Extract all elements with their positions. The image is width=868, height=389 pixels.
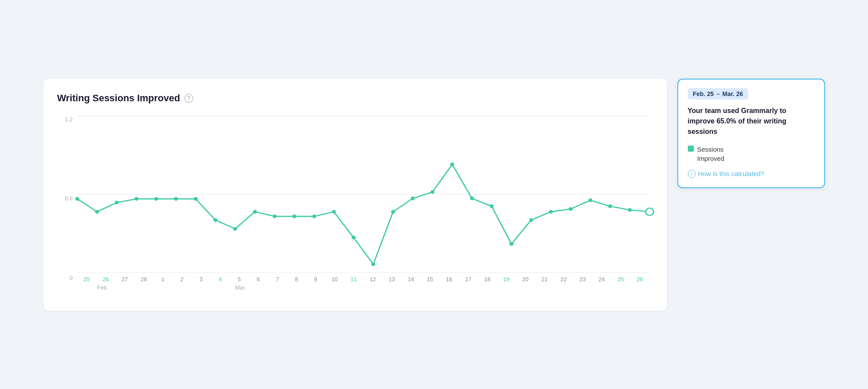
dot-17: [410, 196, 414, 200]
x-label-18: 18: [478, 276, 497, 283]
x-label-11: 11: [344, 276, 363, 283]
tooltip-summary: Your team used Grammarly to improve 65.0…: [688, 106, 815, 137]
date-to: Mar. 26: [723, 90, 743, 97]
dot-active: [645, 208, 653, 215]
data-line: [77, 164, 650, 264]
x-label-5: 5: [230, 276, 249, 283]
calculated-link[interactable]: i How is this calculated?: [688, 170, 815, 178]
chart-title-text: Writing Sessions Improved: [57, 93, 180, 104]
x-label-28: 28: [134, 276, 153, 283]
x-label-13: 13: [383, 276, 402, 283]
x-label-26-mar: 26: [630, 276, 650, 283]
x-label-6: 6: [249, 276, 268, 283]
x-date-labels: 25 26 27 28 1 2 3 4 5 6 7 8 9 10 11 12 1: [77, 273, 650, 283]
dot-15: [371, 262, 375, 266]
x-label-8: 8: [287, 276, 306, 283]
x-label-20: 20: [516, 276, 535, 283]
chart-plot: [77, 116, 650, 273]
feb-label: Feb.: [97, 284, 169, 291]
x-label-25-feb: 25: [77, 276, 96, 283]
calculated-link-text: How is this calculated?: [698, 170, 765, 177]
dot-9: [253, 210, 257, 213]
x-label-7: 7: [268, 276, 287, 283]
dot-7: [213, 218, 217, 222]
x-label-17: 17: [459, 276, 478, 283]
date-from: Feb. 25: [693, 90, 714, 97]
x-label-23: 23: [573, 276, 592, 283]
x-label-1: 1: [153, 276, 172, 283]
dot-24: [549, 210, 553, 213]
x-label-10: 10: [325, 276, 344, 283]
y-label-top: 1.2: [57, 116, 73, 123]
date-separator: –: [716, 90, 720, 97]
legend-dot-sessions: [688, 146, 694, 152]
x-label-16: 16: [439, 276, 459, 283]
dot-18: [430, 190, 434, 193]
x-label-12: 12: [363, 276, 383, 283]
chart-title: Writing Sessions Improved ?: [57, 93, 650, 104]
dot-19: [450, 162, 454, 166]
x-month-row: Feb. Mar.: [77, 283, 650, 291]
date-badge: Feb. 25 – Mar. 26: [688, 88, 749, 100]
dot-28: [627, 208, 631, 211]
dot-1: [95, 210, 99, 213]
dot-6: [194, 197, 198, 200]
chart-area: 1.2 0.6 0: [57, 116, 650, 299]
dot-5: [174, 197, 178, 200]
tooltip-card: Feb. 25 – Mar. 26 Your team used Grammar…: [677, 79, 825, 188]
dot-11: [292, 214, 296, 218]
dot-20: [470, 196, 474, 200]
x-axis: 25 26 27 28 1 2 3 4 5 6 7 8 9 10 11 12 1: [77, 273, 650, 299]
dot-25: [568, 207, 572, 210]
legend-label-sessions: SessionsImproved: [697, 145, 725, 163]
x-label-25-mar: 25: [611, 276, 630, 283]
dot-3: [134, 197, 138, 200]
dot-14: [351, 236, 355, 239]
dot-10: [272, 214, 276, 218]
legend-item: SessionsImproved: [688, 145, 815, 163]
x-label-15: 15: [420, 276, 439, 283]
x-label-19: 19: [497, 276, 516, 283]
x-label-24: 24: [592, 276, 611, 283]
x-label-22: 22: [554, 276, 573, 283]
dot-0: [75, 197, 79, 200]
x-label-26-feb: 26: [96, 276, 115, 283]
dot-26: [588, 198, 592, 202]
x-label-2: 2: [172, 276, 191, 283]
dot-8: [233, 227, 237, 230]
dot-27: [608, 204, 612, 208]
x-label-14: 14: [401, 276, 420, 283]
mar-label: Mar.: [235, 284, 246, 291]
y-label-bot: 0: [57, 275, 73, 281]
x-label-4: 4: [211, 276, 230, 283]
dot-12: [312, 214, 316, 218]
dot-4: [154, 197, 158, 200]
x-label-21: 21: [535, 276, 554, 283]
x-label-3: 3: [191, 276, 211, 283]
y-axis-labels: 1.2 0.6 0: [57, 116, 73, 281]
x-label-9: 9: [306, 276, 325, 283]
info-icon: i: [688, 170, 696, 178]
chart-card: Writing Sessions Improved ? 1.2 0.6 0: [43, 79, 667, 311]
page-container: Writing Sessions Improved ? 1.2 0.6 0: [43, 79, 825, 311]
dot-13: [332, 210, 336, 213]
help-icon[interactable]: ?: [185, 94, 193, 103]
x-label-27: 27: [115, 276, 134, 283]
dot-16: [391, 210, 395, 213]
line-chart-svg: [77, 116, 650, 273]
y-label-mid: 0.6: [57, 195, 73, 202]
dot-22: [509, 242, 513, 246]
dot-23: [529, 218, 533, 222]
dot-21: [489, 204, 493, 208]
dot-2: [115, 200, 119, 204]
